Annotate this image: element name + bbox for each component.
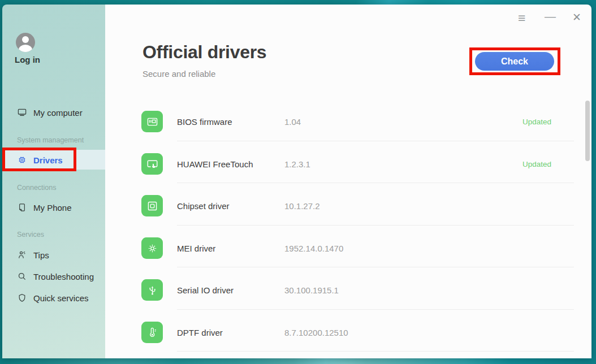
chip-icon xyxy=(17,155,27,165)
sidebar-item-label: Tips xyxy=(33,250,49,260)
desktop-background: Log in My computer System management Dri… xyxy=(0,0,596,364)
driver-status: Updated xyxy=(522,160,551,168)
sidebar-item-label: My computer xyxy=(33,108,83,118)
driver-version: 1952.14.0.1470 xyxy=(284,244,343,253)
driver-version: 10.1.27.2 xyxy=(284,201,320,211)
row-divider xyxy=(177,351,574,352)
section-connections: Connections xyxy=(17,184,57,192)
page-subtitle: Secure and reliable xyxy=(142,69,215,79)
row-divider xyxy=(177,225,574,226)
driver-row-bios-firmware[interactable]: BIOS firmware 1.04 Updated xyxy=(141,111,551,132)
phone-icon xyxy=(17,202,27,213)
page-title: Official drivers xyxy=(142,42,266,63)
section-services: Services xyxy=(17,231,44,239)
avatar-person-icon xyxy=(22,36,29,43)
row-divider xyxy=(177,141,574,141)
row-divider xyxy=(177,309,574,310)
sidebar-item-label: Drivers xyxy=(33,155,63,165)
driver-name: MEI driver xyxy=(177,244,262,253)
driver-name: HUAWEI FreeTouch xyxy=(177,159,262,169)
sidebar-item-my-computer[interactable]: My computer xyxy=(17,106,83,119)
sidebar-item-tips[interactable]: Tips xyxy=(17,248,49,262)
driver-version: 8.7.10200.12510 xyxy=(284,328,348,337)
driver-name: BIOS firmware xyxy=(177,117,262,127)
row-divider xyxy=(177,183,574,183)
driver-row-serial-io[interactable]: Serial IO driver 30.100.1915.1 xyxy=(141,279,551,301)
user-avatar[interactable] xyxy=(16,33,35,52)
sidebar-item-label: Quick services xyxy=(33,293,89,303)
login-label[interactable]: Log in xyxy=(15,55,40,64)
touchpad-icon xyxy=(146,158,159,171)
minimize-icon[interactable]: — xyxy=(545,11,556,22)
driver-row-mei[interactable]: MEI driver 1952.14.0.1470 xyxy=(141,237,551,259)
sidebar-item-quick-services[interactable]: Quick services xyxy=(17,291,89,305)
tips-icon xyxy=(17,250,27,260)
scrollbar-thumb[interactable] xyxy=(585,101,590,161)
driver-status: Updated xyxy=(522,118,551,126)
pc-manager-window: Log in My computer System management Dri… xyxy=(2,5,591,358)
driver-row-dptf[interactable]: DPTF driver 8.7.10200.12510 xyxy=(141,322,551,343)
sidebar-item-troubleshooting[interactable]: Troubleshooting xyxy=(17,270,94,283)
sidebar-item-label: Troubleshooting xyxy=(33,272,94,281)
driver-version: 1.2.3.1 xyxy=(284,159,310,169)
sidebar: Log in My computer System management Dri… xyxy=(2,5,105,358)
sidebar-item-label: My Phone xyxy=(33,203,72,213)
usb-icon xyxy=(146,284,159,297)
sidebar-item-my-phone[interactable]: My Phone xyxy=(17,201,72,214)
shield-icon xyxy=(17,293,27,303)
close-icon[interactable]: ✕ xyxy=(572,12,581,23)
driver-version: 30.100.1915.1 xyxy=(284,285,339,295)
thermometer-icon xyxy=(146,326,159,339)
chipset-icon xyxy=(146,200,159,213)
mei-chip-icon xyxy=(146,242,159,255)
sidebar-item-drivers[interactable]: Drivers xyxy=(17,153,63,167)
driver-name: DPTF driver xyxy=(177,328,262,337)
driver-row-chipset[interactable]: Chipset driver 10.1.27.2 xyxy=(141,195,551,216)
row-divider xyxy=(177,267,574,267)
driver-row-huawei-freetouch[interactable]: HUAWEI FreeTouch 1.2.3.1 Updated xyxy=(141,153,551,175)
section-system-management: System management xyxy=(17,136,84,144)
motherboard-icon xyxy=(146,115,159,128)
driver-name: Chipset driver xyxy=(177,201,262,211)
check-button[interactable]: Check xyxy=(475,52,554,71)
magnifier-icon xyxy=(17,271,27,281)
driver-name: Serial IO driver xyxy=(177,285,262,295)
driver-version: 1.04 xyxy=(284,117,301,127)
menu-icon[interactable]: ≡ xyxy=(518,12,525,25)
main-content: ≡ — ✕ Official drivers Secure and reliab… xyxy=(105,5,591,358)
computer-icon xyxy=(17,107,27,118)
